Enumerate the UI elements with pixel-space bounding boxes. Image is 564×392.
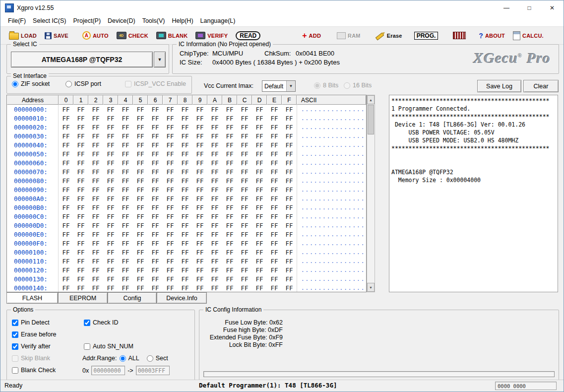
hex-row[interactable]: 00000080:FFFFFFFFFFFFFFFFFFFFFFFFFFFFFFF… — [7, 176, 366, 185]
hex-byte[interactable]: FF — [148, 221, 163, 230]
hex-byte[interactable]: FF — [118, 114, 133, 123]
hex-byte[interactable]: FF — [282, 158, 297, 167]
hex-byte[interactable]: FF — [207, 131, 222, 140]
hex-byte[interactable]: FF — [282, 239, 297, 248]
hex-byte[interactable]: FF — [163, 176, 178, 185]
hex-byte[interactable]: FF — [59, 239, 73, 248]
hex-byte[interactable]: FF — [118, 140, 133, 149]
hex-byte[interactable]: FF — [282, 221, 297, 230]
hex-byte[interactable]: FF — [222, 167, 237, 176]
hex-byte[interactable]: FF — [282, 265, 297, 274]
hex-row[interactable]: 00000040:FFFFFFFFFFFFFFFFFFFFFFFFFFFFFFF… — [7, 140, 366, 149]
scrollbar-thumb[interactable] — [368, 105, 374, 134]
blank-check-checkbox-input[interactable] — [12, 367, 18, 374]
hex-byte[interactable]: FF — [133, 248, 148, 257]
hex-byte[interactable]: FF — [237, 257, 252, 265]
hex-byte[interactable]: FF — [163, 158, 178, 167]
hex-byte[interactable]: FF — [148, 176, 163, 185]
hex-byte[interactable]: FF — [88, 257, 103, 265]
hex-byte[interactable]: FF — [222, 176, 237, 185]
hex-byte[interactable]: FF — [267, 185, 282, 194]
hex-byte[interactable]: FF — [163, 185, 178, 194]
hex-byte[interactable]: FF — [267, 239, 282, 248]
hex-byte[interactable]: FF — [207, 248, 222, 257]
hex-byte[interactable]: FF — [88, 123, 103, 131]
bits8-radio[interactable]: 8 Bits — [314, 82, 338, 89]
hex-byte[interactable]: FF — [88, 140, 103, 149]
hex-byte[interactable]: FF — [207, 167, 222, 176]
hex-byte[interactable]: FF — [103, 176, 118, 185]
hex-byte[interactable]: FF — [73, 114, 88, 123]
hex-byte[interactable]: FF — [73, 283, 88, 292]
hex-row[interactable]: 000000B0:FFFFFFFFFFFFFFFFFFFFFFFFFFFFFFF… — [7, 203, 366, 212]
about-button[interactable]: ? ABOUT — [476, 30, 507, 42]
minimize-button[interactable]: — — [495, 0, 518, 15]
hex-byte[interactable]: FF — [237, 221, 252, 230]
hex-byte[interactable]: FF — [88, 185, 103, 194]
hex-byte[interactable]: FF — [118, 257, 133, 265]
hex-byte[interactable]: FF — [178, 283, 192, 292]
hex-byte[interactable]: FF — [267, 167, 282, 176]
hex-byte[interactable]: FF — [118, 265, 133, 274]
hex-row[interactable]: 00000000:FFFFFFFFFFFFFFFFFFFFFFFFFFFFFFF… — [7, 105, 366, 114]
hex-byte[interactable]: FF — [73, 149, 88, 158]
hex-byte[interactable]: FF — [222, 114, 237, 123]
hex-byte[interactable]: FF — [118, 212, 133, 221]
hex-byte[interactable]: FF — [237, 230, 252, 239]
hex-byte[interactable]: FF — [192, 283, 207, 292]
hex-byte[interactable]: FF — [59, 140, 73, 149]
hex-byte[interactable]: FF — [148, 283, 163, 292]
hex-byte[interactable]: FF — [282, 176, 297, 185]
hex-byte[interactable]: FF — [133, 230, 148, 239]
close-button[interactable]: ✕ — [541, 0, 564, 15]
hex-byte[interactable]: FF — [118, 167, 133, 176]
hex-byte[interactable]: FF — [252, 149, 267, 158]
hex-byte[interactable]: FF — [148, 194, 163, 203]
icsp-port-radio-input[interactable] — [65, 81, 72, 87]
hex-byte[interactable]: FF — [148, 149, 163, 158]
addr-range-sect-radio[interactable] — [147, 355, 153, 362]
hex-byte[interactable]: FF — [133, 131, 148, 140]
icsp-vcc-checkbox-input[interactable] — [125, 81, 131, 87]
selected-chip-button[interactable]: ATMEGA168P @TQFP32 — [11, 52, 153, 67]
hex-byte[interactable]: FF — [178, 274, 192, 283]
hex-byte[interactable]: FF — [88, 283, 103, 292]
hex-byte[interactable]: FF — [59, 257, 73, 265]
hex-byte[interactable]: FF — [148, 239, 163, 248]
hex-byte[interactable]: FF — [133, 167, 148, 176]
hex-byte[interactable]: FF — [207, 194, 222, 203]
hex-byte[interactable]: FF — [73, 248, 88, 257]
auto-sn-checkbox[interactable]: Auto SN_NUM — [84, 343, 133, 350]
save-button[interactable]: SAVE — [42, 30, 71, 41]
hex-byte[interactable]: FF — [178, 105, 192, 114]
hex-byte[interactable]: FF — [73, 194, 88, 203]
hex-byte[interactable]: FF — [59, 185, 73, 194]
hex-row[interactable]: 000000F0:FFFFFFFFFFFFFFFFFFFFFFFFFFFFFFF… — [7, 239, 366, 248]
hex-byte[interactable]: FF — [59, 158, 73, 167]
auto-sn-checkbox-input[interactable] — [84, 343, 90, 350]
hex-byte[interactable]: FF — [237, 167, 252, 176]
blank-button[interactable]: BLANK — [154, 30, 190, 41]
hex-byte[interactable]: FF — [88, 230, 103, 239]
hex-byte[interactable]: FF — [118, 105, 133, 114]
ram-button[interactable]: RAM — [334, 30, 363, 41]
hex-byte[interactable]: FF — [118, 274, 133, 283]
vcc-current-select[interactable]: Default ▼ — [262, 80, 296, 92]
hex-byte[interactable]: FF — [252, 257, 267, 265]
hex-byte[interactable]: FF — [282, 283, 297, 292]
chip-socket-button[interactable] — [450, 30, 468, 41]
tab-config[interactable]: Config — [108, 292, 157, 304]
hex-byte[interactable]: FF — [207, 257, 222, 265]
scrollbar-track[interactable] — [367, 135, 375, 283]
hex-byte[interactable]: FF — [192, 131, 207, 140]
hex-byte[interactable]: FF — [207, 274, 222, 283]
hex-byte[interactable]: FF — [163, 131, 178, 140]
hex-byte[interactable]: FF — [282, 274, 297, 283]
load-button[interactable]: LOAD — [6, 29, 39, 42]
hex-byte[interactable]: FF — [178, 203, 192, 212]
check-button[interactable]: 4D CHECK — [114, 30, 151, 41]
hex-byte[interactable]: FF — [192, 239, 207, 248]
hex-byte[interactable]: FF — [133, 274, 148, 283]
hex-byte[interactable]: FF — [118, 194, 133, 203]
hex-byte[interactable]: FF — [148, 274, 163, 283]
